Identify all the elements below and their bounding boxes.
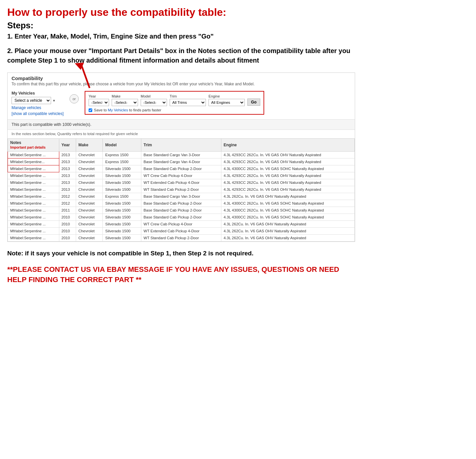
cell-trim: Base Standard Cab Pickup 2-Door — [141, 214, 221, 221]
cell-engine: 4.3L 4293CC 262Cu. In. V6 GAS OHV Natura… — [221, 179, 354, 186]
save-text: Save to My Vehicles to finds parts faste… — [94, 108, 161, 112]
cell-engine: 4.3L 4300CC 262Cu. In. V6 GAS SOHC Natur… — [221, 207, 354, 214]
table-row: Mfrlabel:Serpentine ... 2013 Chevrolet S… — [8, 186, 355, 193]
contact-note: **PLEASE CONTACT US VIA EBAY MESSAGE IF … — [7, 265, 355, 285]
cell-model: Silverado 1500 — [103, 186, 141, 193]
cell-notes: Mfrlabel:Serpentine ... — [8, 186, 59, 193]
cell-engine: 4.3L 262Cu. In. V6 GAS OHV Naturally Asp… — [221, 228, 354, 235]
step2-text: 2. Place your mouse over "Important Part… — [7, 46, 355, 65]
engine-field-group: Engine All Engines — [209, 94, 245, 106]
cell-make: Chevrolet — [76, 165, 103, 172]
cell-notes: Mfrlabel:Serpentine ... — [8, 152, 59, 158]
cell-make: Chevrolet — [76, 235, 103, 242]
cell-year: 2013 — [59, 165, 76, 172]
cell-engine: 4.3L 4300CC 262Cu. In. V6 GAS SOHC Natur… — [221, 214, 354, 221]
table-row: Mfrlabel:Serpentine ... 2011 Chevrolet S… — [8, 207, 355, 214]
cell-year: 2012 — [59, 193, 76, 200]
my-vehicles-save-link[interactable]: My Vehicles — [108, 108, 128, 112]
or-circle: or — [70, 94, 79, 103]
table-row: Mfrlabel:Serpentine ... 2010 Chevrolet S… — [8, 235, 355, 242]
year-field-group: Year -Select- — [89, 94, 109, 106]
cell-year: 2013 — [59, 179, 76, 186]
model-select[interactable]: -Select- — [141, 99, 167, 106]
cell-make: Chevrolet — [76, 214, 103, 221]
cell-make: Chevrolet — [76, 207, 103, 214]
arrow-section: Compatibility To confirm that this part … — [7, 72, 355, 242]
year-select[interactable]: -Select- — [89, 99, 109, 106]
cell-engine: 4.3L 4300CC 262Cu. In. V6 GAS SOHC Natur… — [221, 200, 354, 207]
cell-model: Silverado 1500 — [103, 207, 141, 214]
arrow-icon — [71, 60, 95, 90]
cell-model: Express 1500 — [103, 158, 141, 165]
vehicle-search-box: Year -Select- Make -Select- Model — [85, 91, 264, 115]
table-row: Mfrlabel:Serpentine ... 2013 Chevrolet S… — [8, 172, 355, 179]
table-row: Mfrlabel:Serpentine ... 2010 Chevrolet S… — [8, 221, 355, 228]
select-vehicle-dropdown[interactable]: Select a vehicle — [12, 97, 51, 104]
cell-model: Express 1500 — [103, 152, 141, 158]
notes-header-main: Notes — [10, 140, 21, 145]
cell-model: Silverado 1500 — [103, 214, 141, 221]
cell-make: Chevrolet — [76, 193, 103, 200]
cell-model: Silverado 1500 — [103, 179, 141, 186]
cell-make: Chevrolet — [76, 158, 103, 165]
cell-engine: 4.3L 262Cu. In. V6 GAS OHV Naturally Asp… — [221, 193, 354, 200]
model-field-group: Model -Select- — [141, 94, 167, 106]
select-vehicle-row: Select a vehicle ▼ — [12, 97, 64, 104]
cell-notes: Mfrlabel:Serpentine ... — [8, 200, 59, 207]
compat-title: Compatibility — [8, 73, 355, 82]
make-select[interactable]: -Select- — [112, 99, 138, 106]
cell-make: Chevrolet — [76, 228, 103, 235]
cell-notes: Mfrlabel:Serpentine... — [8, 158, 59, 165]
cell-model: Silverado 1500 — [103, 165, 141, 172]
dropdown-arrow-icon: ▼ — [52, 99, 56, 102]
table-row: Mfrlabel:Serpentine ... 2012 Chevrolet E… — [8, 193, 355, 200]
cell-engine: 4.3L 4293CC 262Cu. In. V6 GAS OHV Natura… — [221, 172, 354, 179]
table-body: Mfrlabel:Serpentine ... 2013 Chevrolet E… — [8, 152, 355, 242]
trim-select[interactable]: All Trims — [170, 99, 206, 106]
cell-trim: Base Standard Cargo Van 3-Door — [141, 193, 221, 200]
cell-model: Silverado 1500 — [103, 172, 141, 179]
steps-heading: Steps: — [7, 20, 355, 31]
compat-table: Notes Important part details Year Make M… — [8, 138, 355, 242]
th-engine: Engine — [221, 139, 354, 152]
cell-trim: Base Standard Cab Pickup 2-Door — [141, 165, 221, 172]
cell-model: Express 1500 — [103, 193, 141, 200]
cell-model: Silverado 1500 — [103, 235, 141, 242]
save-checkbox[interactable] — [89, 108, 92, 112]
cell-notes: Mfrlabel:Serpentine ... — [8, 207, 59, 214]
cell-notes: Mfrlabel:Serpentine ... — [8, 214, 59, 221]
cell-notes: Mfrlabel:Serpentine ... — [8, 179, 59, 186]
th-model: Model — [103, 139, 141, 152]
cell-engine: 4.3L 4293CC 262Cu. In. V6 GAS OHV Natura… — [221, 158, 354, 165]
make-label: Make — [112, 94, 138, 98]
table-row: Mfrlabel:Serpentine... 2013 Chevrolet Ex… — [8, 158, 355, 165]
cell-notes: Mfrlabel:Serpentine ... — [8, 221, 59, 228]
cell-notes: Mfrlabel:Serpentine ... — [8, 172, 59, 179]
engine-select[interactable]: All Engines — [209, 99, 245, 106]
cell-engine: 4.3L 4293CC 262Cu. In. V6 GAS OHV Natura… — [221, 186, 354, 193]
go-button[interactable]: Go — [247, 99, 260, 106]
make-field-group: Make -Select- — [112, 94, 138, 106]
cell-notes: Mfrlabel:Serpentine ... — [8, 165, 59, 172]
cell-trim: Base Standard Cargo Van 3-Door — [141, 152, 221, 158]
notes-header-sub: Important part details — [10, 145, 45, 149]
save-row: Save to My Vehicles to finds parts faste… — [89, 108, 260, 112]
th-trim: Trim — [141, 139, 221, 152]
step1-text: 1. Enter Year, Make, Model, Trim, Engine… — [7, 33, 355, 40]
table-row: Mfrlabel:Serpentine ... 2013 Chevrolet E… — [8, 152, 355, 158]
cell-make: Chevrolet — [76, 172, 103, 179]
vehicle-search-row: Year -Select- Make -Select- Model — [89, 94, 260, 106]
compat-inner: My Vehicles Select a vehicle ▼ Manage ve… — [8, 89, 355, 119]
compat-notice: This part is compatible with 1000 vehicl… — [8, 119, 355, 130]
cell-make: Chevrolet — [76, 221, 103, 228]
cell-make: Chevrolet — [76, 186, 103, 193]
cell-year: 2013 — [59, 158, 76, 165]
cell-notes: Mfrlabel:Serpentine ... — [8, 193, 59, 200]
cell-year: 2013 — [59, 172, 76, 179]
bottom-note: Note: if it says your vehicle is not com… — [7, 249, 355, 258]
th-make: Make — [76, 139, 103, 152]
cell-year: 2013 — [59, 186, 76, 193]
cell-year: 2010 — [59, 235, 76, 242]
show-all-link[interactable]: [show all compatible vehicles] — [12, 111, 64, 116]
manage-vehicles-link[interactable]: Manage vehicles — [12, 105, 64, 110]
